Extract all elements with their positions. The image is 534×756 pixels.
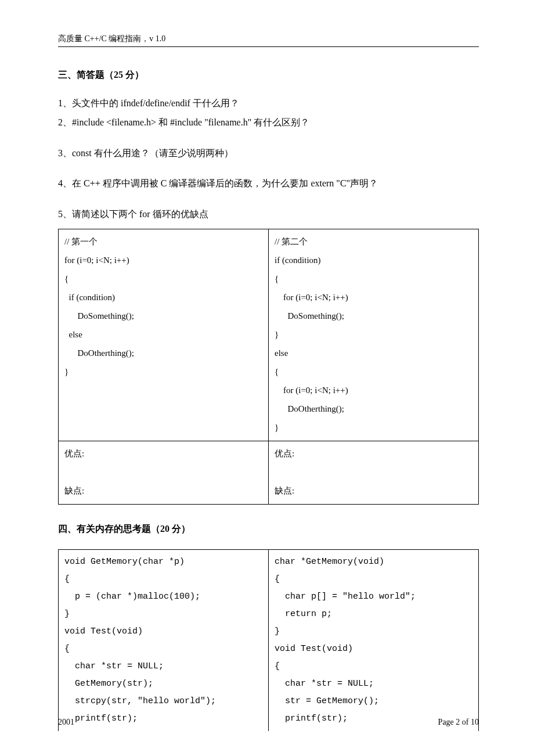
code-cell-1-left2: 优点: 缺点: — [59, 441, 269, 504]
code-cell-1-left: // 第一个 for (i=0; i<N; i++) { if (conditi… — [59, 229, 269, 441]
code1-right2: 优点: 缺点: — [275, 449, 294, 495]
code-table-2: void GetMemory(char *p) { p = (char *)ma… — [58, 549, 479, 731]
code-cell-2-left: void GetMemory(char *p) { p = (char *)ma… — [59, 549, 269, 731]
q4: 4、在 C++ 程序中调用被 C 编译器编译后的函数，为什么要加 extern … — [58, 175, 479, 192]
code-cell-1-right: // 第二个 if (condition) { for (i=0; i<N; i… — [269, 229, 479, 441]
code-table-1: // 第一个 for (i=0; i<N; i++) { if (conditi… — [58, 229, 479, 505]
code-cell-1-right2: 优点: 缺点: — [269, 441, 479, 504]
code1-right: // 第二个 if (condition) { for (i=0; i<N; i… — [275, 237, 348, 432]
code1-left: // 第一个 for (i=0; i<N; i++) { if (conditi… — [64, 237, 134, 376]
code2-left: void GetMemory(char *p) { p = (char *)ma… — [64, 557, 216, 723]
footer-left: 2001 — [58, 718, 74, 727]
q2: 2、#include <filename.h> 和 #include "file… — [58, 114, 479, 131]
doc-header: 高质量 C++/C 编程指南，v 1.0 — [58, 34, 479, 47]
section3-title: 三、简答题（25 分） — [58, 69, 479, 81]
q3: 3、const 有什么用途？（请至少说明两种） — [58, 145, 479, 162]
code-cell-2-right: char *GetMemory(void) { char p[] = "hell… — [269, 549, 479, 731]
footer-right: Page 2 of 10 — [438, 718, 479, 727]
section4-title: 四、有关内存的思考题（20 分） — [58, 523, 479, 535]
code2-right: char *GetMemory(void) { char p[] = "hell… — [275, 557, 416, 723]
doc-footer: 2001 Page 2 of 10 — [58, 718, 479, 727]
q1: 1、头文件中的 ifndef/define/endif 干什么用？ — [58, 95, 479, 112]
code1-left2: 优点: 缺点: — [64, 449, 84, 495]
q5: 5、请简述以下两个 for 循环的优缺点 — [58, 206, 479, 223]
